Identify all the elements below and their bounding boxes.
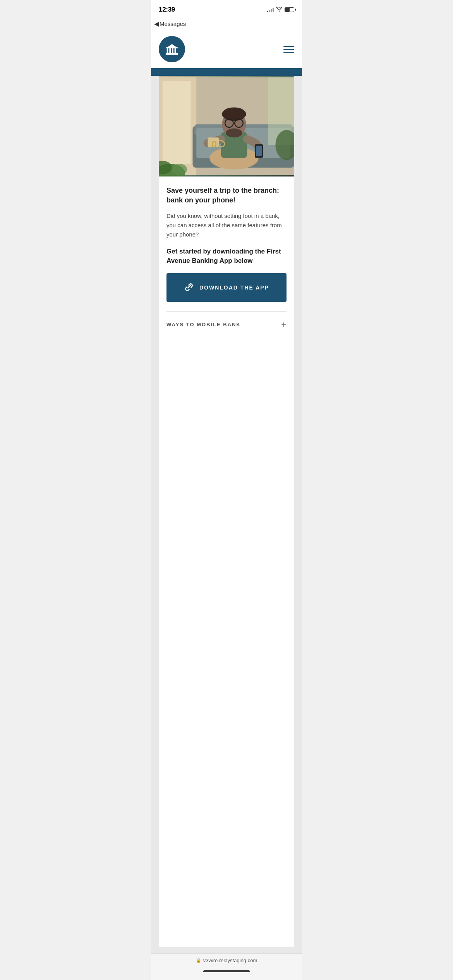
back-label: Messages: [160, 21, 186, 27]
back-arrow-icon: ◀: [154, 20, 159, 27]
page-wrapper: 12:39 ◀ Messag: [151, 0, 302, 980]
lock-icon: 🔒: [196, 958, 201, 963]
signal-bars-icon: [267, 7, 274, 12]
wifi-icon: [276, 7, 282, 13]
svg-point-21: [222, 107, 246, 121]
article-title: Save yourself a trip to the branch: bank…: [166, 186, 287, 205]
hamburger-line-2: [283, 49, 294, 50]
svg-rect-28: [256, 146, 262, 156]
signal-bar-4: [273, 8, 274, 12]
svg-rect-6: [166, 47, 178, 48]
article-body: Did you know, without setting foot in a …: [166, 211, 287, 239]
back-button[interactable]: ◀ Messages: [154, 20, 186, 27]
article-image: [159, 76, 294, 176]
svg-rect-26: [208, 137, 219, 147]
bank-building-icon: [165, 42, 179, 57]
svg-rect-2: [172, 48, 173, 53]
signal-bar-1: [267, 11, 268, 12]
svg-point-22: [226, 128, 242, 137]
hamburger-menu-button[interactable]: [283, 46, 294, 53]
battery-icon: [285, 7, 294, 12]
svg-rect-10: [163, 81, 191, 164]
svg-rect-7: [166, 54, 178, 55]
battery-fill: [285, 8, 290, 12]
signal-bar-3: [271, 9, 272, 12]
svg-rect-1: [169, 48, 171, 53]
hamburger-line-1: [283, 46, 294, 47]
content-area: Save yourself a trip to the branch: bank…: [151, 76, 302, 947]
left-gutter: [151, 76, 159, 947]
accordion-plus-icon: +: [281, 319, 287, 330]
status-icons: [267, 7, 294, 13]
download-app-button[interactable]: DOWNLOAD THE APP: [166, 273, 287, 302]
accordion-label: WAYS TO MOBILE BANK: [166, 322, 241, 327]
cta-text: Get started by downloading the First Ave…: [166, 247, 287, 266]
hamburger-line-3: [283, 52, 294, 53]
status-bar: 12:39: [151, 0, 302, 17]
svg-point-13: [172, 164, 187, 175]
nav-bar: ◀ Messages: [151, 17, 302, 32]
svg-rect-4: [166, 53, 178, 54]
center-column: Save yourself a trip to the branch: bank…: [159, 76, 294, 947]
home-indicator: [151, 967, 302, 980]
content-section: Save yourself a trip to the branch: bank…: [159, 176, 294, 347]
app-logo[interactable]: [159, 36, 185, 62]
home-bar: [203, 970, 250, 972]
article-illustration: [159, 76, 294, 176]
download-btn-label: DOWNLOAD THE APP: [199, 284, 269, 291]
app-header: [151, 32, 302, 68]
status-time: 12:39: [159, 6, 175, 14]
right-gutter: [294, 76, 302, 947]
accent-bar: [151, 68, 302, 76]
link-chain-icon: [184, 281, 195, 294]
svg-rect-3: [175, 48, 176, 53]
url-bar: 🔒 v3wire.relaystaging.com: [151, 953, 302, 967]
svg-rect-0: [167, 48, 168, 53]
ways-to-mobile-bank-accordion[interactable]: WAYS TO MOBILE BANK +: [166, 311, 287, 338]
url-text: v3wire.relaystaging.com: [203, 958, 257, 963]
signal-bar-2: [269, 10, 270, 12]
